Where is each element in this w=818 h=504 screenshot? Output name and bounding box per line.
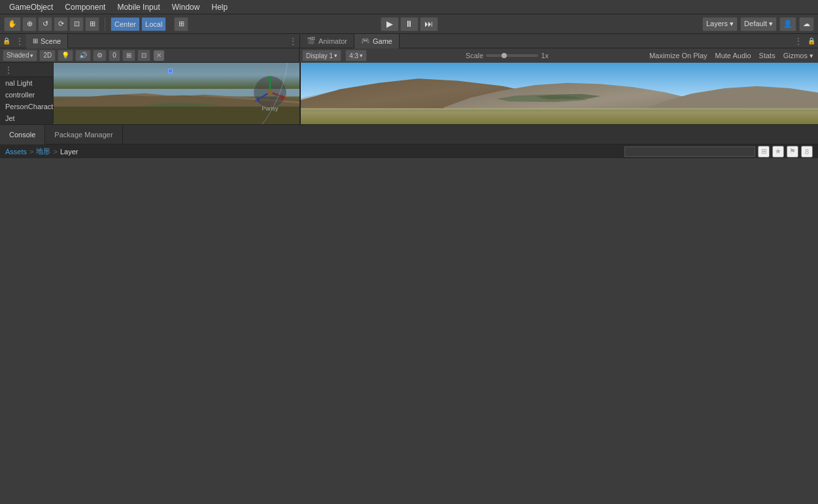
scene-view: Parisy	[54, 63, 299, 124]
status-icon-grid[interactable]: ⊞	[758, 146, 770, 158]
game-toolbar: Display 1 4:3 Scale 1x Maximize On Play …	[299, 48, 818, 63]
menu-gameobject[interactable]: GameObject	[4, 1, 58, 13]
bottom-handle	[168, 69, 173, 73]
game-more-icon[interactable]: ⋮	[792, 34, 805, 48]
breadcrumb-assets[interactable]: Assets	[5, 148, 27, 156]
menu-help[interactable]: Help	[206, 1, 233, 13]
scale-value: 1x	[541, 52, 549, 59]
layout-btn[interactable]: Default ▾	[740, 17, 777, 31]
package-manager-tab[interactable]: Package Manager	[45, 125, 122, 144]
status-bar: Assets > 地形 > Layer ⊞ ★ ⚑ 8	[0, 144, 818, 158]
play-button[interactable]: ▶	[381, 17, 399, 31]
animator-tab-label: Animator	[318, 37, 347, 45]
search-area: ⊞ ★ ⚑ 8	[624, 146, 813, 158]
local-btn[interactable]: Local	[141, 17, 166, 31]
panel-tabs-row: 🔒 ⋮ ⊞ Scene ⋮ 🎬 Animator 🎮 Game ⋮ 🔒	[0, 34, 818, 48]
menu-window[interactable]: Window	[167, 1, 205, 13]
scene-tab-label: Scene	[41, 37, 61, 45]
scene-layout-btn[interactable]: ⊡	[137, 50, 150, 61]
hierarchy-item-person[interactable]: PersonCharact	[0, 101, 53, 112]
collab-btn[interactable]: ☁	[799, 17, 814, 31]
layers-btn[interactable]: Layers ▾	[702, 17, 738, 31]
lock-icon: 🔒	[0, 34, 13, 48]
menu-component[interactable]: Component	[60, 1, 111, 13]
mute-audio-btn[interactable]: Mute Audio	[713, 50, 753, 61]
menu-bar: GameObject Component Mobile Input Window…	[0, 0, 818, 14]
hierarchy-item-light[interactable]: nal Light	[0, 77, 53, 89]
account-btn[interactable]: 👤	[779, 17, 796, 31]
breadcrumb-sep-2: >	[53, 148, 57, 156]
hierarchy-options-icon[interactable]: ⋮	[4, 65, 13, 75]
scale-control: Scale 1x	[466, 52, 549, 59]
breadcrumb-layer: Layer	[60, 148, 78, 156]
game-lock-icon: 🔒	[805, 34, 818, 48]
game-view	[301, 63, 818, 124]
breadcrumb: Assets > 地形 > Layer	[5, 146, 78, 156]
game-icon: 🎮	[361, 37, 370, 45]
views-row: ⋮ nal Light controller PersonCharact Jet	[0, 63, 818, 124]
scale-tool[interactable]: ⟳	[54, 17, 68, 31]
pause-button[interactable]: ⏸	[400, 17, 418, 31]
pivot-group: Center Local	[111, 17, 166, 31]
aspect-ratio-btn[interactable]: 4:3	[345, 50, 367, 61]
stats-btn[interactable]: Stats	[757, 50, 777, 61]
game-mountain-svg	[301, 63, 818, 124]
hierarchy-item-jet[interactable]: Jet	[0, 112, 53, 124]
scene-toolbar: Shaded 2D 💡 🔊 ⚙ 0 ⊞ ⊡ ✕	[0, 48, 299, 63]
move-tool[interactable]: ⊕	[22, 17, 37, 31]
play-controls: ▶ ⏸ ⏭	[381, 17, 438, 31]
search-input[interactable]	[624, 146, 755, 157]
game-toolbar-area: Display 1 4:3 Scale 1x Maximize On Play …	[299, 48, 818, 63]
scale-label: Scale	[466, 52, 484, 59]
status-icon-star[interactable]: ★	[772, 146, 784, 158]
layers-layout-group: Layers ▾ Default ▾ 👤 ☁	[702, 17, 814, 31]
animator-tab[interactable]: 🎬 Animator	[300, 34, 354, 48]
hierarchy-more-icon[interactable]: ⋮	[13, 34, 26, 48]
status-icons: ⊞ ★ ⚑ 8	[758, 146, 813, 158]
breadcrumb-terrain[interactable]: 地形	[36, 146, 50, 156]
console-tab[interactable]: Console	[0, 125, 45, 144]
scale-slider[interactable]	[486, 54, 538, 57]
2d-mode-btn[interactable]: 2D	[39, 50, 56, 61]
rotate-tool[interactable]: ↺	[38, 17, 52, 31]
game-tab[interactable]: 🎮 Game	[354, 34, 400, 48]
game-right-buttons: Maximize On Play Mute Audio Stats Gizmos…	[647, 50, 815, 61]
scene-grid-btn[interactable]: ⊞	[122, 50, 135, 61]
game-tab-label: Game	[373, 37, 392, 45]
step-button[interactable]: ⏭	[420, 17, 438, 31]
main-toolbar: ✋ ⊕ ↺ ⟳ ⊡ ⊞ Center Local ⊞ ▶ ⏸ ⏭ Layers …	[0, 14, 818, 34]
scene-tab[interactable]: ⊞ Scene	[26, 34, 68, 48]
hand-tool[interactable]: ✋	[4, 17, 21, 31]
snap-btn[interactable]: ⊞	[174, 17, 188, 31]
game-panel-tabs: 🎬 Animator 🎮 Game ⋮ 🔒	[299, 34, 818, 48]
menu-mobile-input[interactable]: Mobile Input	[112, 1, 165, 13]
scene-icon: ⊞	[33, 37, 38, 44]
hierarchy-panel: ⋮ nal Light controller PersonCharact Jet	[0, 63, 54, 124]
shading-mode-btn[interactable]: Shaded	[3, 50, 37, 61]
audio-icon-btn[interactable]: 🔊	[75, 50, 91, 61]
gizmos-btn[interactable]: Gizmos ▾	[781, 50, 815, 61]
hierarchy-item-controller[interactable]: controller	[0, 89, 53, 101]
display-btn[interactable]: Display 1	[302, 50, 341, 61]
status-icon-flag[interactable]: ⚑	[787, 146, 798, 158]
scene-more-icon[interactable]: ⋮	[286, 34, 299, 48]
status-icon-count[interactable]: 8	[801, 146, 813, 158]
multi-tool[interactable]: ⊞	[85, 17, 99, 31]
scene-toolbar-area: Shaded 2D 💡 🔊 ⚙ 0 ⊞ ⊡ ✕	[0, 48, 299, 63]
effects-icon-btn[interactable]: ⚙	[93, 50, 107, 61]
toolbars-row: Shaded 2D 💡 🔊 ⚙ 0 ⊞ ⊡ ✕ Display 1 4:3 Sc…	[0, 48, 818, 63]
svg-marker-21	[301, 109, 818, 124]
scene-panel-tabs: 🔒 ⋮ ⊞ Scene ⋮	[0, 34, 299, 48]
divider-1	[105, 18, 105, 31]
light-icon-btn[interactable]: 💡	[58, 50, 73, 61]
hierarchy-header: ⋮	[0, 63, 53, 77]
bottom-tabs-area: Console Package Manager	[0, 124, 818, 144]
maximize-on-play-btn[interactable]: Maximize On Play	[647, 50, 709, 61]
animator-icon: 🎬	[307, 37, 316, 45]
breadcrumb-sep-1: >	[29, 148, 33, 156]
rect-tool[interactable]: ⊡	[69, 17, 84, 31]
gizmos-count-btn[interactable]: 0	[109, 50, 120, 61]
center-btn[interactable]: Center	[111, 17, 140, 31]
scale-slider-thumb	[502, 53, 507, 58]
scene-close-btn[interactable]: ✕	[154, 50, 164, 61]
